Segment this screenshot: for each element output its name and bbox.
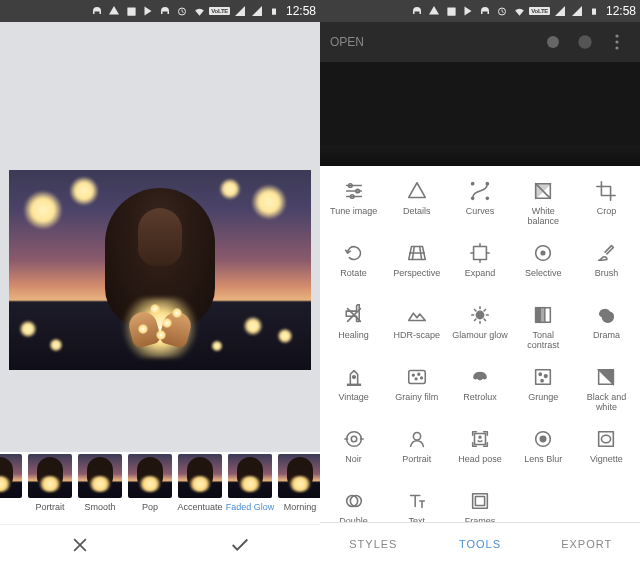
tool-frames[interactable]: Frames (448, 490, 511, 522)
tool-label: Details (403, 207, 431, 217)
tool-portrait[interactable]: Portrait (385, 428, 448, 488)
svg-point-14 (472, 197, 474, 199)
tool-vintage[interactable]: Vintage (322, 366, 385, 426)
grain-icon (406, 366, 428, 388)
head-icon (469, 428, 491, 450)
tool-label: Head pose (458, 455, 502, 465)
frames-icon (469, 490, 491, 512)
filter-faded-glow[interactable]: Faded Glow (226, 454, 274, 512)
tool-label: Crop (597, 207, 617, 217)
tool-label: Selective (525, 269, 562, 279)
tool-perspective[interactable]: Perspective (385, 242, 448, 302)
tool-text[interactable]: Text (385, 490, 448, 522)
filter-morning[interactable]: Morning (276, 454, 320, 512)
tools-grid: Tune imageDetailsCurvesWhite balanceCrop… (320, 166, 640, 522)
filter-smooth[interactable]: Smooth (76, 454, 124, 512)
play-icon (141, 4, 155, 18)
svg-point-35 (545, 375, 548, 378)
svg-point-39 (351, 436, 357, 442)
tool-glamour-glow[interactable]: Glamour glow (448, 304, 511, 364)
tool-vignette[interactable]: Vignette (575, 428, 638, 488)
filter-pop[interactable]: Pop (126, 454, 174, 512)
tool-retrolux[interactable]: Retrolux (448, 366, 511, 426)
tool-expand[interactable]: Expand (448, 242, 511, 302)
signal2-icon (570, 4, 584, 18)
tool-label: Healing (338, 331, 369, 341)
svg-rect-50 (475, 496, 484, 505)
tool-label: Retrolux (463, 393, 497, 403)
apply-button[interactable] (160, 525, 320, 564)
tool-label: Tune image (330, 207, 377, 217)
svg-point-16 (472, 183, 474, 185)
tool-double-exposure[interactable]: Double Exposure (322, 490, 385, 522)
svg-point-36 (541, 380, 543, 382)
tool-label: Black and white (578, 393, 634, 413)
signal1-icon (233, 4, 247, 18)
tool-grunge[interactable]: Grunge (512, 366, 575, 426)
tool-tonal-contrast[interactable]: Tonal contrast (512, 304, 575, 364)
grunge-icon (532, 366, 554, 388)
svg-point-7 (578, 35, 591, 48)
tool-head-pose[interactable]: Head pose (448, 428, 511, 488)
filter-portrait[interactable]: Portrait (26, 454, 74, 512)
nav-tools[interactable]: TOOLS (427, 523, 534, 564)
tool-noir[interactable]: Noir (322, 428, 385, 488)
wb-icon (532, 180, 554, 202)
svg-rect-26 (347, 384, 360, 385)
action-bar (0, 524, 320, 564)
app-top-bar: OPEN (320, 22, 640, 62)
tool-hdr-scape[interactable]: HDR-scape (385, 304, 448, 364)
info-icon[interactable] (572, 29, 598, 55)
drive-icon (427, 4, 441, 18)
drive-icon (107, 4, 121, 18)
tool-curves[interactable]: Curves (448, 180, 511, 240)
wifi-icon (192, 4, 206, 18)
svg-point-34 (539, 373, 541, 375)
svg-point-44 (540, 436, 546, 442)
palette-icon[interactable] (540, 29, 566, 55)
tool-label: Drama (593, 331, 620, 341)
nav-export[interactable]: EXPORT (533, 523, 640, 564)
looks-filter-strip[interactable]: PortraitSmoothPopAccentuateFaded GlowMor… (0, 452, 320, 524)
volte-badge: VoLTE (529, 7, 550, 15)
tool-label: Rotate (340, 269, 367, 279)
tool-selective[interactable]: Selective (512, 242, 575, 302)
svg-point-46 (602, 435, 611, 442)
tool-label: Perspective (393, 269, 440, 279)
nav-styles[interactable]: STYLES (320, 523, 427, 564)
tool-drama[interactable]: Drama (575, 304, 638, 364)
filter-partial[interactable] (0, 454, 24, 502)
tool-white-balance[interactable]: White balance (512, 180, 575, 240)
tool-label: Grunge (528, 393, 558, 403)
open-button[interactable]: OPEN (330, 35, 364, 49)
curves-icon (469, 180, 491, 202)
tool-black-and-white[interactable]: Black and white (575, 366, 638, 426)
tool-details[interactable]: Details (385, 180, 448, 240)
filter-label: Morning (284, 502, 317, 512)
tool-brush[interactable]: Brush (575, 242, 638, 302)
headphones-icon (90, 4, 104, 18)
tool-grainy-film[interactable]: Grainy film (385, 366, 448, 426)
svg-point-21 (541, 251, 545, 255)
tool-healing[interactable]: Healing (322, 304, 385, 364)
alarm-icon (495, 4, 509, 18)
text-icon (406, 490, 428, 512)
photo-preview (9, 170, 311, 370)
headphones2-icon (158, 4, 172, 18)
double-icon (343, 490, 365, 512)
svg-point-10 (615, 46, 618, 49)
tool-label: Glamour glow (452, 331, 508, 341)
svg-point-8 (615, 34, 618, 37)
tool-tune-image[interactable]: Tune image (322, 180, 385, 240)
filter-accentuate[interactable]: Accentuate (176, 454, 224, 512)
svg-rect-25 (540, 308, 545, 323)
more-icon[interactable] (604, 29, 630, 55)
headphones2-icon (478, 4, 492, 18)
tool-lens-blur[interactable]: Lens Blur (512, 428, 575, 488)
tool-crop[interactable]: Crop (575, 180, 638, 240)
editor-canvas[interactable] (0, 22, 320, 452)
svg-point-42 (479, 436, 481, 438)
tool-rotate[interactable]: Rotate (322, 242, 385, 302)
cancel-button[interactable] (0, 525, 160, 564)
svg-rect-5 (592, 8, 596, 14)
